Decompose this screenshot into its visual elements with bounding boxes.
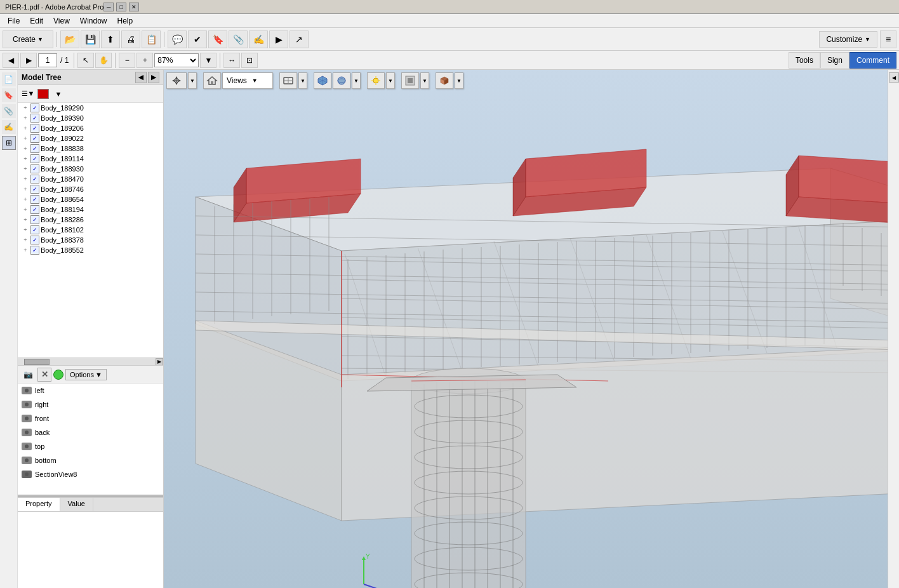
lighting-dropdown-button[interactable]: ▼	[386, 72, 395, 89]
navigate-dropdown-button[interactable]: ▼	[188, 72, 197, 89]
fit-width-button[interactable]: ↔	[223, 53, 240, 68]
tree-item[interactable]: + ✓ Body_189390	[18, 113, 163, 123]
zoom-select[interactable]: 87% 50% 75% 100% 150%	[154, 53, 199, 67]
sign-panel-button[interactable]: Sign	[820, 52, 849, 69]
panel-next-button[interactable]: ▶	[148, 72, 159, 83]
activate-view-button[interactable]	[53, 370, 63, 380]
tree-item[interactable]: + ✓ Body_188930	[18, 164, 163, 174]
background-button[interactable]	[401, 72, 419, 89]
lighting-button[interactable]	[367, 72, 385, 89]
maximize-button[interactable]: □	[116, 3, 126, 11]
stamp-button[interactable]: 🔖	[208, 30, 227, 48]
tree-item[interactable]: + ✓ Body_188552	[18, 245, 163, 255]
zoom-in-button[interactable]: +	[137, 53, 153, 68]
render-dropdown-button[interactable]: ▼	[352, 72, 361, 89]
view-item-section[interactable]: SectionView8	[18, 467, 163, 481]
toggle-dropdown-button[interactable]: ▼	[455, 72, 463, 89]
expand-icon: +	[22, 206, 29, 213]
view-item-bottom[interactable]: bottom	[18, 453, 163, 467]
tree-item[interactable]: + ✓ Body_189114	[18, 154, 163, 164]
3d-nav-button[interactable]	[279, 72, 297, 89]
render-mode-button[interactable]	[333, 72, 350, 89]
prev-page-button[interactable]: ◀	[3, 53, 19, 68]
menu-help[interactable]: Help	[112, 15, 138, 27]
view-item-front[interactable]: front	[18, 411, 163, 425]
tree-item[interactable]: + ✓ Body_188194	[18, 204, 163, 215]
3d-nav-dropdown-button[interactable]: ▼	[298, 72, 307, 89]
add-view-button[interactable]: 📷	[20, 368, 36, 382]
customize-button[interactable]: Customize ▼	[819, 31, 877, 48]
menu-file[interactable]: File	[3, 15, 25, 27]
options-button[interactable]: Options ▼	[65, 369, 107, 380]
navigate-button[interactable]	[166, 72, 187, 89]
close-button[interactable]: ✕	[129, 3, 139, 11]
color-selector[interactable]	[37, 89, 49, 99]
pan-tool-button[interactable]: ✋	[95, 53, 112, 68]
save-button[interactable]: 💾	[81, 30, 100, 48]
3d-view-area[interactable]: ▼ Views ▼	[164, 70, 899, 588]
tree-item[interactable]: + ✓ Body_188470	[18, 174, 163, 184]
properties-button[interactable]: 📋	[142, 30, 161, 48]
zoom-out-button[interactable]: −	[119, 53, 135, 68]
select-tool-button[interactable]: ↖	[77, 53, 94, 68]
tree-item[interactable]: + ✓ Body_189206	[18, 123, 163, 133]
menu-window[interactable]: Window	[75, 15, 112, 27]
color-dropdown-button[interactable]: ▼	[51, 87, 66, 101]
hscroll-thumb[interactable]	[24, 359, 50, 365]
comment-panel-button[interactable]: Comment	[849, 52, 896, 69]
comment-button[interactable]: 💬	[168, 30, 187, 48]
action-button[interactable]: ▶	[269, 30, 288, 48]
tree-item[interactable]: + ✓ Body_188102	[18, 225, 163, 235]
view-item-right[interactable]: right	[18, 398, 163, 411]
review-button[interactable]: ✔	[188, 30, 207, 48]
tree-item[interactable]: + ✓ Body_188654	[18, 194, 163, 204]
tree-item[interactable]: + ✓ Body_188838	[18, 144, 163, 154]
titlebar: PIER-1.pdf - Adobe Acrobat Pro ─ □ ✕	[0, 0, 899, 14]
open-button[interactable]: 📂	[60, 30, 79, 48]
page-number-input[interactable]: 1	[38, 53, 57, 67]
tree-item[interactable]: + ✓ Body_189290	[18, 103, 163, 113]
model-tree-area[interactable]: + ✓ Body_189290 + ✓ Body_189390 + ✓ Body…	[18, 103, 163, 357]
tree-item[interactable]: + ✓ Body_188286	[18, 215, 163, 225]
expand-right-button[interactable]: ◀	[889, 72, 899, 83]
tree-item[interactable]: + ✓ Body_188746	[18, 184, 163, 194]
zoom-dropdown-button[interactable]: ▼	[200, 53, 216, 68]
next-page-button[interactable]: ▶	[20, 53, 37, 68]
upload-button[interactable]: ⬆	[101, 30, 120, 48]
home-view-button[interactable]	[203, 72, 221, 89]
tree-hscrollbar[interactable]: ▶	[18, 357, 163, 365]
menu-edit[interactable]: Edit	[25, 15, 48, 27]
attach-button[interactable]: 📎	[229, 30, 248, 48]
minimize-button[interactable]: ─	[103, 3, 114, 11]
model-tree-icon-button[interactable]: ⊞	[2, 136, 16, 150]
views-dropdown[interactable]: Views ▼	[222, 72, 273, 89]
hscroll-right-button[interactable]: ▶	[156, 358, 163, 366]
page-icon-button[interactable]: 📄	[2, 72, 16, 86]
view-item-top[interactable]: top	[18, 439, 163, 453]
signature-icon-button[interactable]: ✍	[2, 120, 16, 134]
tools-panel-button[interactable]: Tools	[789, 52, 820, 69]
bg-dropdown-button[interactable]: ▼	[420, 72, 429, 89]
tree-item[interactable]: + ✓ Body_188378	[18, 235, 163, 245]
delete-view-button[interactable]: ✕	[37, 368, 51, 382]
create-button[interactable]: Create ▼	[3, 30, 53, 48]
attachment-icon-button[interactable]: 📎	[2, 104, 16, 118]
bookmark-icon-button[interactable]: 🔖	[2, 88, 16, 102]
menu-view[interactable]: View	[48, 15, 75, 27]
property-tab[interactable]: Property	[18, 498, 60, 511]
menu-expand-button[interactable]: ≡	[880, 30, 896, 48]
signature-icon: ✍	[4, 123, 13, 131]
value-tab[interactable]: Value	[60, 498, 93, 511]
sign-button[interactable]: ✍	[249, 30, 268, 48]
tree-item[interactable]: + ✓ Body_189022	[18, 133, 163, 144]
print-button[interactable]: 🖨	[121, 30, 140, 48]
view-item-back[interactable]: back	[18, 425, 163, 439]
tree-menu-button[interactable]: ☰▼	[20, 87, 36, 101]
cube-button[interactable]	[314, 72, 331, 89]
panel-prev-button[interactable]: ◀	[135, 72, 147, 83]
views-list[interactable]: left right front back top	[18, 384, 163, 495]
toggle-button[interactable]	[436, 72, 453, 89]
export-button[interactable]: ↗	[290, 30, 309, 48]
view-item-left[interactable]: left	[18, 384, 163, 398]
fit-page-button[interactable]: ⊡	[241, 53, 258, 68]
